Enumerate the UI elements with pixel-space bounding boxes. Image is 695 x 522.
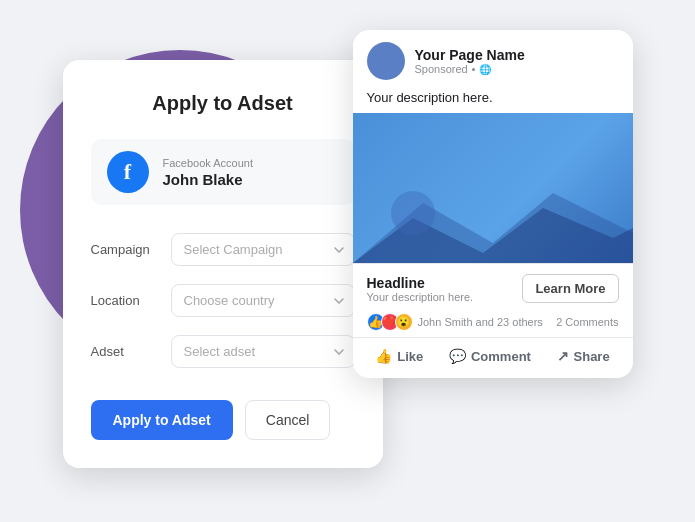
- preview-headline-row: Headline Your description here. Learn Mo…: [353, 263, 633, 307]
- comment-label: Comment: [471, 349, 531, 364]
- preview-card: Your Page Name Sponsored 🌐 Your descript…: [353, 30, 633, 378]
- sponsored-text: Sponsored: [415, 63, 468, 75]
- svg-point-2: [391, 191, 435, 235]
- adset-label: Adset: [91, 344, 161, 359]
- account-label: Facebook Account: [163, 157, 254, 169]
- comments-count: 2 Comments: [556, 316, 618, 328]
- facebook-icon: f: [107, 151, 149, 193]
- share-label: Share: [574, 349, 610, 364]
- adset-select[interactable]: Select adset: [171, 335, 355, 368]
- like-label: Like: [397, 349, 423, 364]
- headline-title: Headline: [367, 275, 474, 291]
- adset-row: Adset Select adset: [91, 335, 355, 368]
- comment-action[interactable]: 💬 Comment: [441, 344, 539, 368]
- mountain-illustration: [353, 183, 633, 263]
- campaign-row: Campaign Select Campaign: [91, 233, 355, 266]
- comment-icon: 💬: [449, 348, 466, 364]
- reaction-names: John Smith and 23 others: [418, 316, 543, 328]
- preview-image: [353, 113, 633, 263]
- globe-icon: 🌐: [479, 64, 491, 75]
- wow-emoji: 😮: [395, 313, 413, 331]
- facebook-letter: f: [124, 161, 131, 183]
- page-name: Your Page Name: [415, 47, 525, 64]
- adset-card-title: Apply to Adset: [91, 92, 355, 115]
- preview-description: Your description here.: [353, 86, 633, 113]
- campaign-label: Campaign: [91, 242, 161, 257]
- preview-header: Your Page Name Sponsored 🌐: [353, 30, 633, 86]
- button-row: Apply to Adset Cancel: [91, 400, 355, 440]
- sponsored-dot: [472, 68, 475, 71]
- like-action[interactable]: 👍 Like: [367, 344, 431, 368]
- headline-description: Your description here.: [367, 291, 474, 303]
- account-info: Facebook Account John Blake: [163, 157, 254, 188]
- actions-row: 👍 Like 💬 Comment ↗ Share: [353, 337, 633, 378]
- headline-text-group: Headline Your description here.: [367, 275, 474, 303]
- sponsored-row: Sponsored 🌐: [415, 63, 525, 75]
- share-action[interactable]: ↗ Share: [549, 344, 618, 368]
- account-name: John Blake: [163, 171, 254, 188]
- campaign-select[interactable]: Select Campaign: [171, 233, 355, 266]
- location-row: Location Choose country: [91, 284, 355, 317]
- apply-button[interactable]: Apply to Adset: [91, 400, 233, 440]
- reactions-row: 👍 ❤️ 😮 John Smith and 23 others 2 Commen…: [353, 307, 633, 337]
- reaction-emojis: 👍 ❤️ 😮: [367, 313, 413, 331]
- account-section: f Facebook Account John Blake: [91, 139, 355, 205]
- main-container: Apply to Adset f Facebook Account John B…: [0, 0, 695, 522]
- cancel-button[interactable]: Cancel: [245, 400, 331, 440]
- like-icon: 👍: [375, 348, 392, 364]
- reactions-left: 👍 ❤️ 😮 John Smith and 23 others: [367, 313, 543, 331]
- adset-card: Apply to Adset f Facebook Account John B…: [63, 60, 383, 468]
- learn-more-button[interactable]: Learn More: [522, 274, 618, 303]
- page-avatar: [367, 42, 405, 80]
- page-info: Your Page Name Sponsored 🌐: [415, 47, 525, 76]
- location-select[interactable]: Choose country: [171, 284, 355, 317]
- share-icon: ↗: [557, 348, 569, 364]
- location-label: Location: [91, 293, 161, 308]
